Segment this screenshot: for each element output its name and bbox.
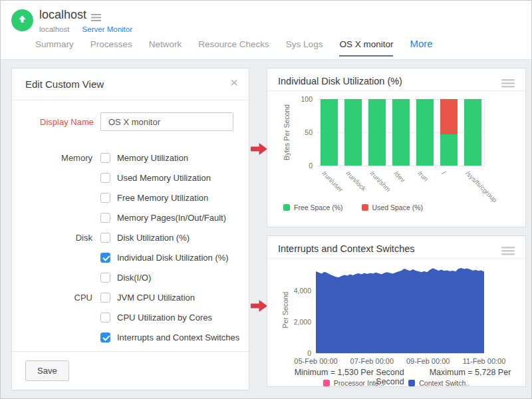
checkbox-row-memory-utilization: MemoryMemory Utilization — [12, 148, 249, 168]
y-tick-label: 100 — [287, 95, 313, 103]
checkbox-label-cpu-utilization-by-cores: CPU Utilization by Cores — [117, 313, 212, 323]
legend-label: Free Space (%) — [294, 203, 343, 211]
y-tick-label: 0 — [287, 162, 313, 170]
title-hamburger-menu-icon[interactable] — [91, 12, 101, 24]
legend-item-free-space[interactable]: Free Space (%) — [283, 203, 343, 211]
checkbox-row-disk-utilization: DiskDisk Utilization (%) — [12, 227, 249, 247]
checkbox-row-used-memory-utilization: Used Memory Utilization — [12, 168, 249, 188]
red-arrow-to-interrupts-chart-icon — [251, 300, 267, 315]
x-tick-label-root: / — [440, 170, 447, 176]
y-tick-label: 50 — [287, 128, 313, 136]
checkbox-label-jvm-cpu-utilization: JVM CPU Utilization — [117, 293, 195, 303]
checkbox-memory-utilization[interactable] — [100, 153, 110, 163]
disk-utilization-card: Individual Disk Utilization (%) Bytes Pe… — [267, 68, 526, 227]
checkbox-disk-utilization[interactable] — [100, 233, 110, 243]
checkbox-label-free-memory-utilization: Free Memory Utilization — [117, 193, 208, 203]
interrupts-card: Interrupts and Context Switches Per Seco… — [267, 235, 526, 387]
y-tick-label: 4,000 — [282, 287, 311, 295]
bar-free-space-dev — [392, 99, 410, 166]
x-tick-label-run-shm: /run/shm — [368, 170, 392, 193]
bar-free-space-run-lock — [344, 99, 362, 166]
interrupts-chart-title: Interrupts and Context Switches — [278, 243, 415, 254]
breadcrumb-server-monitor-link[interactable]: Server Monitor — [82, 25, 132, 33]
checkbox-row-memory-pages-in-out-fault: Memory Pages(In/Out/Fault) — [12, 207, 249, 227]
up-arrow-icon — [17, 13, 28, 27]
x-tick-label-run-user: /run/user — [321, 170, 344, 194]
x-tick-label-run-lock: /run/lock — [344, 170, 368, 193]
checkbox-used-memory-utilization[interactable] — [100, 173, 110, 183]
tab-resource-checks[interactable]: Resource Checks — [198, 39, 269, 55]
checkbox-list: MemoryMemory UtilizationUsed Memory Util… — [12, 148, 249, 347]
checkbox-interrupts-and-context-switches[interactable] — [100, 332, 110, 342]
close-icon[interactable]: × — [230, 76, 238, 89]
bar-free-space-sys-fs-cgroup — [464, 99, 481, 166]
context-switches-area — [316, 267, 484, 353]
legend-item-context-switch[interactable]: Context Switch.. — [408, 379, 469, 387]
interrupts-chart-legend: Processor Inte...Context Switch.. — [267, 379, 525, 387]
disk-chart-legend: Free Space (%)Used Space (%) — [283, 203, 423, 211]
tab-processes[interactable]: Processes — [90, 39, 132, 55]
checkbox-label-disk-i-o: Disk(I/O) — [117, 273, 151, 283]
checkbox-row-disk-i-o: Disk(I/O) — [12, 267, 249, 287]
legend-label: Processor Inte... — [334, 379, 384, 387]
disk-chart-menu-icon[interactable] — [501, 78, 515, 90]
monitor-status-badge — [11, 9, 33, 31]
save-button[interactable]: Save — [25, 360, 69, 381]
disk-chart-title: Individual Disk Utilization (%) — [278, 76, 402, 86]
interrupts-chart-plot — [316, 267, 484, 353]
breadcrumb-host: localhost — [39, 25, 69, 33]
checkbox-row-individual-disk-utilization: Individual Disk Utilization (%) — [12, 247, 249, 267]
checkbox-label-memory-pages-in-out-fault: Memory Pages(In/Out/Fault) — [117, 213, 226, 223]
checkbox-disk-i-o[interactable] — [100, 273, 110, 283]
checkbox-label-interrupts-and-context-switches: Interrupts and Context Switches — [117, 332, 239, 342]
legend-item-used-space[interactable]: Used Space (%) — [362, 203, 423, 211]
checkbox-jvm-cpu-utilization[interactable] — [100, 293, 110, 303]
legend-swatch-icon — [362, 204, 368, 211]
x-tick-label-09-feb-00-00: 09-Feb 00:00 — [396, 357, 460, 365]
y-tick-label: 0 — [282, 349, 311, 357]
checkbox-free-memory-utilization[interactable] — [100, 193, 110, 203]
display-name-row: Display Name — [12, 112, 249, 131]
content-area: Edit Custom View × Display Name MemoryMe… — [1, 59, 531, 398]
tab-sys-logs[interactable]: Sys Logs — [286, 39, 323, 55]
group-label-cpu: CPU — [12, 293, 100, 303]
x-tick-label-07-feb-00-00: 07-Feb 00:00 — [340, 357, 404, 365]
page-title: localhost — [39, 8, 86, 22]
dialog-header: Edit Custom View × — [12, 68, 249, 100]
dialog-footer: Save — [12, 351, 249, 390]
x-tick-label-dev: /dev — [392, 170, 406, 184]
display-name-label: Display Name — [12, 117, 100, 127]
bar-used-space-root — [440, 99, 458, 134]
minimum-value: Minimum = 1,530 Per Second — [295, 368, 404, 377]
x-tick-label-sys-fs-cgroup: /sys/fs/cgroup — [464, 170, 498, 203]
x-tick-label-05-feb-00-00: 05-Feb 00:00 — [284, 357, 348, 365]
bar-free-space-run-shm — [368, 99, 386, 166]
display-name-input[interactable] — [100, 112, 233, 131]
legend-item-processor-inte[interactable]: Processor Inte... — [323, 379, 384, 387]
interrupts-chart-menu-icon[interactable] — [501, 246, 515, 258]
checkbox-cpu-utilization-by-cores[interactable] — [100, 313, 110, 323]
divider — [267, 258, 525, 259]
legend-label: Context Switch.. — [419, 379, 469, 387]
red-arrow-to-disk-chart-icon — [251, 143, 267, 158]
tab-os-x-monitor[interactable]: OS X monitor — [339, 39, 393, 57]
checkbox-label-disk-utilization: Disk Utilization (%) — [117, 233, 190, 243]
checkbox-row-interrupts-and-context-switches: Interrupts and Context Switches — [12, 327, 249, 347]
bar-free-space-run — [416, 99, 434, 166]
checkbox-memory-pages-in-out-fault[interactable] — [100, 213, 110, 223]
legend-swatch-icon — [323, 380, 330, 386]
tab-summary[interactable]: Summary — [35, 39, 74, 55]
disk-chart-plot — [317, 99, 485, 166]
gridline — [316, 353, 483, 354]
x-tick-label-11-feb-00-00: 11-Feb 00:00 — [452, 357, 516, 365]
checkbox-row-free-memory-utilization: Free Memory Utilization — [12, 188, 249, 207]
tab-bar: SummaryProcessesNetworkResource ChecksSy… — [35, 38, 433, 57]
bar-free-space-root — [440, 134, 458, 166]
checkbox-individual-disk-utilization[interactable] — [100, 253, 110, 263]
divider — [267, 90, 525, 91]
bar-free-space-run-user — [321, 99, 338, 166]
checkbox-row-cpu-utilization-by-cores: CPU Utilization by Cores — [12, 307, 249, 327]
tab-more[interactable]: More — [410, 38, 432, 55]
tab-network[interactable]: Network — [149, 39, 182, 55]
legend-label: Used Space (%) — [372, 203, 423, 211]
